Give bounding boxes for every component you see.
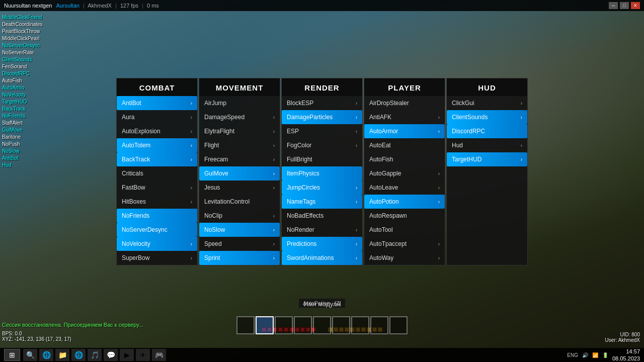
debug-item: FenSorand	[2, 63, 43, 70]
menu-item-airdropstealer[interactable]: AirDropStealer	[364, 96, 445, 110]
taskbar-telegram[interactable]: ✈	[136, 349, 150, 361]
menu-item-hitboxes[interactable]: HitBoxes›	[117, 195, 197, 209]
menu-item-arrow: ›	[273, 157, 275, 162]
menu-item-noslow[interactable]: NoSlow›	[199, 223, 280, 237]
menu-item-label: FastBow	[122, 184, 145, 191]
taskbar-browser[interactable]: 🌐	[71, 349, 86, 361]
menu-item-label: Speed	[204, 240, 222, 247]
menu-item-autofish[interactable]: AutoFish	[364, 152, 445, 166]
taskbar-cortana[interactable]: 🌐	[39, 349, 53, 361]
menu-item-swordanimations[interactable]: SwordAnimations›	[282, 251, 362, 265]
menu-item-autorespawn[interactable]: AutoRespawn	[364, 209, 445, 223]
menu-item-superbow[interactable]: SuperBow›	[117, 251, 197, 265]
taskbar-media[interactable]: ▶	[120, 349, 134, 361]
menu-item-norender[interactable]: NoRender›	[282, 223, 362, 237]
menu-item-arrow: ›	[521, 101, 522, 106]
menu-item-antiafk[interactable]: AntiAFK›	[364, 110, 445, 124]
menu-item-autogapple[interactable]: AutoGapple›	[364, 166, 445, 180]
debug-item: Baritone	[2, 134, 43, 141]
menu-item-guimove[interactable]: GuiMove›	[199, 166, 280, 180]
menu-column-player: PLAYERAirDropStealerAntiAFK›AutoArmor›Au…	[364, 78, 445, 265]
menu-item-autopotion[interactable]: AutoPotion›	[364, 195, 445, 209]
start-button[interactable]: ⊞	[4, 349, 20, 361]
menu-item-esp[interactable]: ESP›	[282, 124, 362, 138]
menu-item-label: ClickGui	[452, 100, 474, 107]
taskbar-search[interactable]: 🔍	[23, 349, 37, 361]
menu-item-targethud[interactable]: TargetHUD›	[447, 152, 527, 166]
menu-item-autototem[interactable]: AutoTotem›	[117, 138, 197, 152]
menu-item-antibot[interactable]: AntiBot›	[117, 96, 197, 110]
menu-item-autoexplosion[interactable]: AutoExplosion›	[117, 124, 197, 138]
menu-item-nobadeffects[interactable]: NoBadEffects	[282, 209, 362, 223]
menu-item-itemphysics[interactable]: ItemPhysics	[282, 166, 362, 180]
menu-item-clickgui[interactable]: ClickGui›	[447, 96, 527, 110]
menu-item-nametags[interactable]: NameTags›	[282, 195, 362, 209]
network-icon[interactable]: 📶	[592, 352, 598, 358]
menu-item-jesus[interactable]: Jesus›	[199, 180, 280, 195]
menu-item-novelocity[interactable]: NoVelocity›	[117, 237, 197, 251]
battery-icon[interactable]: 🔋	[602, 352, 608, 358]
menu-item-arrow: ›	[273, 185, 275, 191]
menu-item-fogcolor[interactable]: FogColor›	[282, 138, 362, 152]
debug-item: AntiBot	[2, 155, 43, 162]
menu-item-elytraflight[interactable]: ElytraFlight›	[199, 124, 280, 138]
close-button[interactable]: ✕	[631, 2, 640, 9]
menu-item-arrow: ›	[438, 129, 440, 134]
menu-item-nofriends[interactable]: NoFriends	[117, 209, 197, 223]
menu-item-autotool[interactable]: AutoTool	[364, 223, 445, 237]
volume-icon[interactable]: 🔊	[582, 352, 588, 358]
menu-item-arrow: ›	[273, 213, 275, 219]
menu-item-jumpcircles[interactable]: JumpCircles›	[282, 180, 362, 195]
lang-indicator: ENG	[567, 352, 578, 358]
menu-item-label: Freecam	[204, 156, 228, 163]
menu-item-label: AutoLeave	[369, 184, 398, 191]
menu-item-aura[interactable]: Aura›	[117, 110, 197, 124]
menu-item-noclip[interactable]: NoClip›	[199, 209, 280, 223]
menu-item-arrow: ›	[273, 171, 275, 176]
taskbar-extra[interactable]: 🎮	[152, 349, 166, 361]
menu-item-discordrpc[interactable]: DiscordRPC	[447, 124, 527, 138]
menu-item-autoeat[interactable]: AutoEat	[364, 138, 445, 152]
menu-item-noserverdesync[interactable]: NoServerDesync	[117, 223, 197, 237]
taskbar-music[interactable]: 🎵	[88, 349, 102, 361]
menu-item-arrow: ›	[191, 143, 192, 148]
menu-item-damagespeed[interactable]: DamageSpeed›	[199, 110, 280, 124]
uid-display: UID: 800	[605, 332, 640, 337]
menu-item-sprint[interactable]: Sprint›	[199, 251, 280, 265]
menu-item-autoway[interactable]: AutoWay›	[364, 251, 445, 265]
minimize-button[interactable]: ─	[609, 2, 618, 9]
maximize-button[interactable]: □	[620, 2, 629, 9]
menu-item-autoleave[interactable]: AutoLeave›	[364, 180, 445, 195]
menu-item-label: FullBright	[287, 156, 312, 163]
taskbar-files[interactable]: 📁	[55, 349, 69, 361]
menu-item-freecam[interactable]: Freecam›	[199, 152, 280, 166]
menu-item-fastbow[interactable]: FastBow›	[117, 180, 197, 195]
menu-item-speed[interactable]: Speed›	[199, 237, 280, 251]
menu-item-fullbright[interactable]: FullBright	[282, 152, 362, 166]
menu-item-autoarmor[interactable]: AutoArmor›	[364, 124, 445, 138]
menu-item-backtrack[interactable]: BackTrack›	[117, 152, 197, 166]
menu-column-movement: MOVEMENTAirJumpDamageSpeed›ElytraFlight›…	[199, 78, 280, 265]
menu-item-predictions[interactable]: Predictions›	[282, 237, 362, 251]
menu-item-label: AutoExplosion	[122, 128, 160, 135]
menu-item-levitationcontrol[interactable]: LevitationControl	[199, 195, 280, 209]
menu-item-clientsounds[interactable]: ClientSounds›	[447, 110, 527, 124]
menu-item-arrow: ›	[438, 255, 440, 261]
menu-item-arrow: ›	[273, 227, 275, 233]
menu-item-blockesp[interactable]: BlockESP›	[282, 96, 362, 110]
coords-info: BPS: 0.0 XYZ: -141, 23, 136 (17, 23, 17)	[2, 331, 71, 342]
taskbar-right: ENG 🔊 📶 🔋 14:57 08.05.2023	[567, 348, 640, 362]
menu-item-label: NoBadEffects	[287, 212, 324, 219]
menu-item-label: ElytraFlight	[204, 128, 234, 135]
menu-item-damageparticles[interactable]: DamageParticles›	[282, 110, 362, 124]
menu-item-criticals[interactable]: Criticals	[117, 166, 197, 180]
hotbar-slot	[275, 316, 293, 334]
hotbar-slot	[370, 316, 388, 334]
menu-item-autotpaccept[interactable]: AutoTpaccept›	[364, 237, 445, 251]
menu-item-flight[interactable]: Flight›	[199, 138, 280, 152]
menu-item-airjump[interactable]: AirJump	[199, 96, 280, 110]
taskbar-discord[interactable]: 💬	[104, 349, 118, 361]
menu-item-hud[interactable]: Hud›	[447, 138, 527, 152]
column-header-hud: HUD	[447, 78, 527, 96]
menu-item-label: AutoTpaccept	[369, 240, 407, 247]
